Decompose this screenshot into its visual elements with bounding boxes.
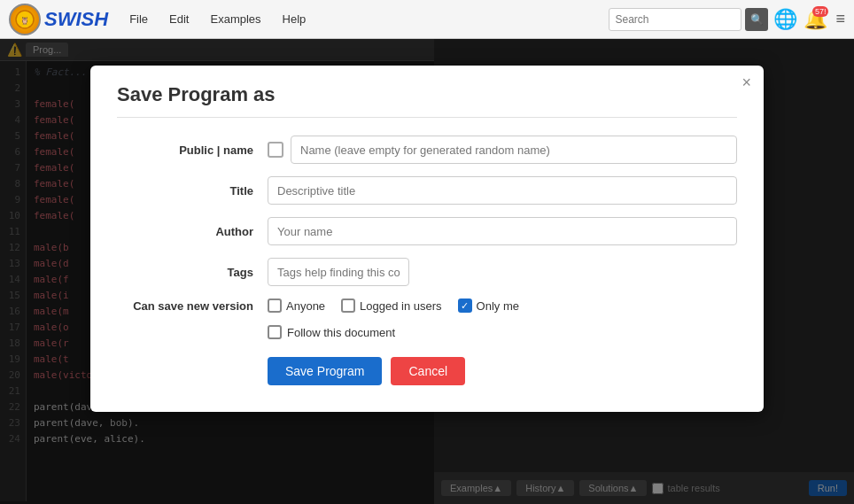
tags-input[interactable] bbox=[268, 258, 409, 286]
topbar: 🦉 SWISH File Edit Examples Help 🔍 🌐 🔔 57… bbox=[0, 0, 854, 39]
nav-help[interactable]: Help bbox=[276, 9, 314, 29]
hamburger-menu[interactable]: ≡ bbox=[835, 10, 845, 28]
save-program-modal: × Save Program as Public | name Title Au… bbox=[90, 66, 764, 412]
only-me-checkbox-label: Only me bbox=[458, 299, 519, 313]
follow-row: Follow this document bbox=[117, 325, 737, 339]
nav-edit[interactable]: Edit bbox=[162, 9, 196, 29]
modal-overlay: × Save Program as Public | name Title Au… bbox=[0, 39, 854, 504]
main-area: ⚠️ Prog... 12345 678910 1112131415 16171… bbox=[0, 39, 854, 504]
search-button[interactable]: 🔍 bbox=[745, 8, 768, 31]
logged-in-checkbox[interactable] bbox=[341, 299, 355, 313]
cancel-button[interactable]: Cancel bbox=[391, 357, 465, 385]
only-me-checkbox[interactable] bbox=[458, 299, 472, 313]
logo-icon: 🦉 bbox=[9, 4, 41, 35]
public-name-row: Public | name bbox=[117, 136, 737, 164]
save-program-button[interactable]: Save Program bbox=[268, 357, 382, 385]
search-input[interactable] bbox=[609, 8, 741, 31]
title-row: Title bbox=[117, 176, 737, 205]
follow-checkbox-label: Follow this document bbox=[268, 325, 395, 339]
nav-file[interactable]: File bbox=[122, 9, 155, 29]
public-checkbox[interactable] bbox=[268, 142, 283, 158]
logo-area: 🦉 SWISH bbox=[9, 4, 108, 35]
notification-badge: 57! bbox=[812, 6, 829, 17]
notification-icon[interactable]: 🔔 57! bbox=[802, 6, 828, 33]
svg-text:🦉: 🦉 bbox=[20, 16, 29, 25]
public-name-label: Public | name bbox=[117, 143, 268, 157]
title-input[interactable] bbox=[268, 176, 737, 205]
tags-label: Tags bbox=[117, 266, 268, 279]
app-name: SWISH bbox=[44, 8, 108, 31]
anyone-checkbox[interactable] bbox=[268, 299, 282, 313]
logged-in-checkbox-label: Logged in users bbox=[341, 299, 442, 313]
can-save-row: Can save new version Anyone Logged in us… bbox=[117, 299, 737, 313]
checkboxes-area: Anyone Logged in users Only me bbox=[268, 299, 737, 313]
action-row: Save Program Cancel bbox=[117, 357, 737, 385]
search-area: 🔍 🌐 🔔 57! ≡ bbox=[609, 6, 845, 33]
anyone-checkbox-label: Anyone bbox=[268, 299, 325, 313]
tags-row: Tags bbox=[117, 258, 737, 286]
author-label: Author bbox=[117, 225, 268, 238]
modal-close-button[interactable]: × bbox=[741, 74, 751, 90]
public-name-input-area bbox=[268, 136, 737, 164]
follow-area: Follow this document bbox=[268, 325, 737, 339]
author-row: Author bbox=[117, 217, 737, 245]
nav-examples[interactable]: Examples bbox=[203, 9, 268, 29]
follow-checkbox[interactable] bbox=[268, 325, 282, 339]
author-input[interactable] bbox=[268, 217, 737, 245]
modal-title: Save Program as bbox=[117, 83, 737, 118]
title-label: Title bbox=[117, 184, 268, 198]
can-save-label: Can save new version bbox=[117, 299, 268, 313]
name-input[interactable] bbox=[291, 136, 737, 164]
user-icon[interactable]: 🌐 bbox=[772, 6, 798, 33]
